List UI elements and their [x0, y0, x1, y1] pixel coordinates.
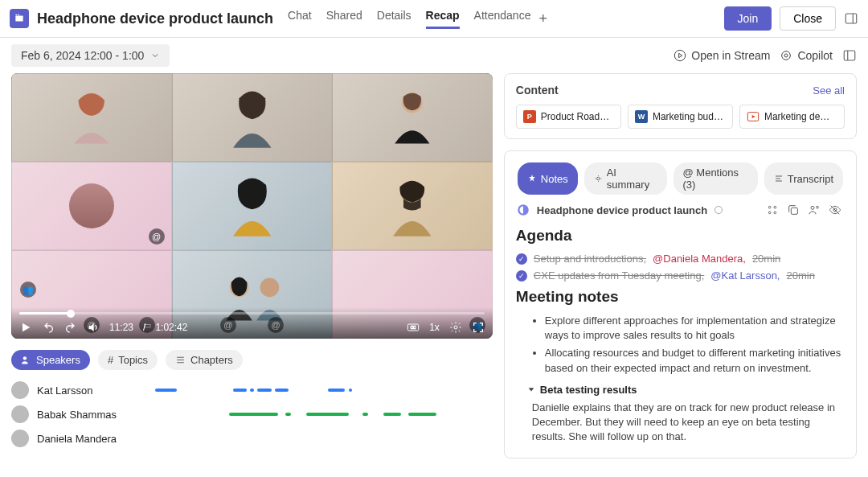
video-tile	[172, 73, 333, 162]
svg-rect-30	[791, 208, 797, 214]
view-chapters-tab[interactable]: Chapters	[166, 350, 243, 370]
svg-point-27	[774, 206, 776, 208]
tab-attendance[interactable]: Attendance	[474, 9, 531, 29]
svg-rect-8	[844, 51, 855, 60]
speaker-row[interactable]: Daniela Mandera	[11, 426, 493, 450]
speaker-name: Kat Larsson	[37, 384, 133, 397]
avatar	[11, 430, 29, 447]
svg-rect-0	[15, 16, 23, 22]
date-time-picker[interactable]: Feb 6, 2024 12:00 - 1:00	[11, 44, 170, 67]
content-title: Content	[516, 84, 559, 97]
mention[interactable]: @Kat Larsson,	[710, 269, 780, 282]
agenda-item[interactable]: ✓CXE updates from Tuesday meeting, @Kat …	[516, 269, 841, 282]
forward-10-icon[interactable]	[64, 321, 77, 334]
fullscreen-icon[interactable]	[472, 321, 485, 334]
grid-icon[interactable]	[766, 204, 779, 216]
speaker-row[interactable]: Kat Larsson	[11, 378, 493, 402]
svg-point-28	[768, 212, 771, 214]
check-icon[interactable]: ✓	[516, 253, 527, 265]
svg-point-25	[715, 207, 723, 214]
time-current: 11:23	[109, 322, 133, 333]
settings-icon[interactable]	[449, 321, 462, 334]
notes-card: Notes AI summary @ Mentions (3) Transcri…	[504, 150, 857, 458]
svg-point-6	[782, 51, 791, 60]
play-icon[interactable]	[19, 321, 32, 334]
svg-point-19	[454, 326, 457, 329]
chevron-down-icon	[150, 51, 160, 60]
agenda-item[interactable]: ✓Setup and introductions, @Daniela Mande…	[516, 253, 841, 265]
speaker-timeline[interactable]	[141, 437, 493, 440]
svg-point-23	[596, 177, 600, 180]
notes-doc-title: Headphone device product launch	[537, 204, 707, 216]
notes-tab-transcript[interactable]: Transcript	[764, 162, 843, 195]
speaker-name: Babak Shammas	[37, 409, 133, 421]
scrubber[interactable]	[19, 312, 485, 315]
agenda-heading: Agenda	[516, 227, 841, 245]
notes-tab-mentions[interactable]: @ Mentions (3)	[674, 162, 758, 195]
mention[interactable]: @Daniela Mandera,	[653, 253, 746, 265]
view-speakers-tab[interactable]: Speakers	[11, 350, 90, 370]
rewind-10-icon[interactable]	[42, 321, 55, 334]
meeting-title: Headphone device product launch	[37, 10, 273, 27]
attachment-doc[interactable]: WMarketing budget…	[628, 105, 733, 129]
svg-point-7	[784, 54, 788, 57]
recording-video[interactable]: @ 👥 @ ▭ @@ 👥 11:23 / 1:02:42	[11, 73, 493, 339]
svg-point-5	[675, 50, 686, 60]
speaker-timeline[interactable]	[141, 389, 493, 392]
notes-tab-notes[interactable]: Notes	[518, 162, 578, 195]
attachment-vid[interactable]: Marketing demo…	[739, 105, 845, 129]
svg-rect-2	[18, 14, 19, 15]
speaker-row[interactable]: Babak Shammas	[11, 402, 493, 426]
speaker-name: Daniela Mandera	[37, 433, 133, 445]
svg-rect-1	[15, 14, 17, 15]
tab-shared[interactable]: Shared	[326, 9, 362, 29]
video-tile	[332, 73, 493, 162]
panel-toggle-icon[interactable]	[844, 11, 858, 26]
video-tile: @	[11, 162, 172, 250]
participants-icon[interactable]: 👥	[20, 282, 36, 298]
info-icon[interactable]	[714, 205, 723, 215]
caret-down-icon	[527, 385, 535, 393]
speaker-timeline[interactable]	[141, 413, 493, 416]
open-in-stream-link[interactable]: Open in Stream	[674, 49, 770, 62]
close-button[interactable]: Close	[780, 6, 836, 31]
beta-section-toggle[interactable]: Beta testing results	[527, 384, 841, 396]
copilot-link[interactable]: Copilot	[780, 49, 833, 62]
see-all-link[interactable]: See all	[813, 84, 845, 97]
svg-point-20	[23, 356, 27, 360]
svg-point-29	[774, 212, 776, 214]
avatar	[11, 405, 29, 423]
svg-marker-4	[679, 53, 682, 57]
video-tile	[172, 162, 333, 250]
view-topics-tab[interactable]: #Topics	[98, 350, 158, 370]
copilot-icon	[780, 49, 792, 62]
copy-icon[interactable]	[787, 204, 800, 216]
content-card: Content See all PProduct Roadmap…WMarket…	[504, 73, 857, 139]
meeting-notes-heading: Meeting notes	[516, 288, 841, 306]
attachment-ppt[interactable]: PProduct Roadmap…	[516, 105, 621, 129]
tab-recap[interactable]: Recap	[426, 9, 460, 29]
notes-tab-ai[interactable]: AI summary	[584, 162, 667, 195]
tab-details[interactable]: Details	[377, 9, 411, 29]
note-bullet: Explore different approaches for impleme…	[545, 314, 841, 343]
expand-icon[interactable]	[842, 48, 857, 63]
avatar	[11, 381, 29, 399]
date-time-label: Feb 6, 2024 12:00 - 1:00	[21, 49, 144, 62]
note-bullet: Allocating resources and budget to diffe…	[545, 346, 841, 375]
cc-icon[interactable]: CC	[407, 321, 420, 334]
teams-app-icon	[10, 9, 29, 28]
svg-point-26	[768, 206, 771, 208]
visibility-icon[interactable]	[829, 204, 841, 216]
svg-point-15	[260, 278, 279, 297]
loop-icon	[516, 203, 530, 217]
tab-add[interactable]: +	[538, 10, 547, 27]
join-button[interactable]: Join	[724, 6, 772, 31]
volume-icon[interactable]	[87, 321, 100, 334]
beta-paragraph: Danielle explains that they are on track…	[532, 401, 841, 445]
tab-chat[interactable]: Chat	[288, 9, 312, 29]
check-icon[interactable]: ✓	[516, 270, 527, 282]
share-people-icon[interactable]	[808, 204, 821, 216]
playback-speed[interactable]: 1x	[429, 322, 440, 333]
svg-marker-34	[529, 389, 534, 392]
svg-point-31	[811, 206, 814, 209]
